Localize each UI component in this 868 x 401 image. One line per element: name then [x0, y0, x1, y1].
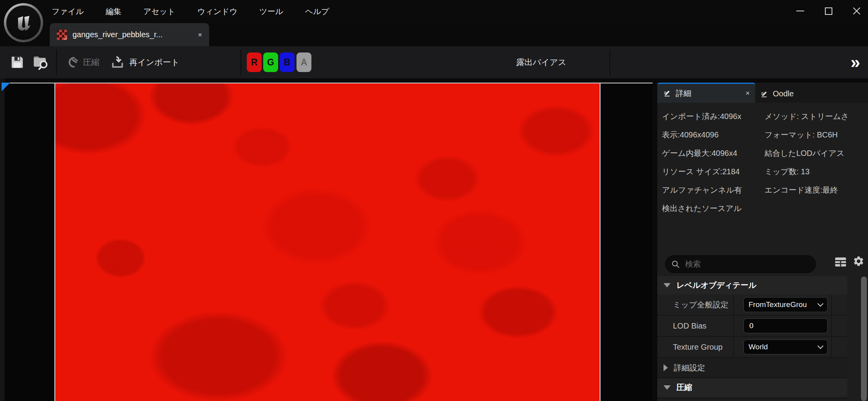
- info-format: フォーマット: BC6H: [765, 126, 867, 144]
- info-detected-source: 検出されたソースアル: [662, 199, 764, 218]
- green-channel-button[interactable]: G: [263, 52, 278, 72]
- triangle-down-icon: [664, 385, 671, 390]
- alpha-channel-label: A: [301, 57, 307, 68]
- compress-label: 圧縮: [83, 57, 99, 68]
- info-method: メソッド: ストリームさ: [765, 107, 867, 126]
- asset-tab[interactable]: ganges_river_pebbles_r... ×: [50, 23, 209, 46]
- lod-bias-input[interactable]: [749, 321, 823, 331]
- window-left-edge: [0, 78, 5, 401]
- info-max-in-game: ゲーム内最大:4096x4: [662, 144, 764, 163]
- lod-bias-field[interactable]: [743, 318, 828, 333]
- advanced-settings-expander[interactable]: 詳細設定: [657, 358, 847, 378]
- panel-scrollbar-thumb[interactable]: [861, 276, 867, 401]
- mip-gen-settings-value: FromTextureGrou: [749, 300, 807, 309]
- menu-help[interactable]: ヘルプ: [305, 6, 329, 17]
- tab-details[interactable]: 詳細 ×: [657, 83, 755, 103]
- texture-thumbnail-icon: [57, 30, 67, 40]
- menu-tools[interactable]: ツール: [259, 6, 283, 17]
- asset-tab-title: ganges_river_pebbles_r...: [72, 30, 192, 39]
- display-filter-grid-icon[interactable]: [835, 257, 846, 267]
- reimport-label: 再インポート: [129, 57, 179, 68]
- info-imported: インポート済み:4096x: [662, 107, 764, 126]
- menu-edit[interactable]: 編集: [106, 6, 121, 17]
- title-bar: ファイル 編集 アセット ウィンドウ ツール ヘルプ: [0, 0, 868, 23]
- mip-gen-settings-label: ミップ全般設定: [657, 300, 733, 310]
- double-chevron-icon: »: [851, 52, 860, 72]
- column-divider[interactable]: [733, 337, 734, 357]
- toolbar-overflow-button[interactable]: »: [851, 46, 860, 78]
- column-divider: [831, 337, 832, 357]
- reimport-button[interactable]: 再インポート: [110, 46, 179, 78]
- triangle-right-icon: [664, 364, 668, 371]
- texture-group-value: World: [749, 343, 768, 351]
- unreal-texture-editor-window: { "window": { "menus": ["ファイル", "編集", "ア…: [0, 0, 868, 401]
- minimize-icon: [796, 11, 804, 11]
- info-alpha-channel: アルファチャンネル有: [662, 181, 764, 199]
- minimize-button[interactable]: [795, 6, 805, 16]
- details-panel-tab-bar: 詳細 × Oodle: [657, 83, 868, 103]
- property-row-texture-group: Texture Group World: [657, 337, 847, 358]
- texture-group-dropdown[interactable]: World: [743, 340, 828, 354]
- toolbar-separator: [241, 49, 241, 75]
- column-divider: [831, 294, 832, 315]
- lod-bias-label: LOD Bias: [657, 322, 733, 331]
- menu-window[interactable]: ウィンドウ: [197, 6, 237, 17]
- property-row-lod-bias: LOD Bias: [657, 316, 847, 337]
- section-compression[interactable]: 圧縮: [657, 378, 847, 397]
- toolbar-separator: [609, 49, 610, 75]
- lod-section-label: レベルオブディテール: [676, 280, 756, 291]
- info-displayed: 表示:4096x4096: [662, 126, 764, 144]
- tab-oodle[interactable]: Oodle: [760, 85, 794, 103]
- texture-info-right-column: メソッド: ストリームさ フォーマット: BC6H 結合したLODバイアス ミッ…: [765, 107, 867, 199]
- save-button[interactable]: [9, 53, 26, 71]
- chevron-down-icon: [817, 301, 824, 307]
- search-input[interactable]: [684, 259, 812, 269]
- asset-tab-bar: ganges_river_pebbles_r... ×: [0, 23, 868, 46]
- clamp-icon: [65, 56, 78, 69]
- mip-gen-settings-dropdown[interactable]: FromTextureGrou: [743, 297, 828, 312]
- blue-channel-label: B: [284, 57, 291, 68]
- unreal-u-glyph: [13, 12, 34, 34]
- alpha-channel-button[interactable]: A: [297, 52, 311, 72]
- details-pencil-icon: [663, 89, 671, 98]
- viewport-focus-corner-marker: [2, 83, 10, 91]
- menu-file[interactable]: ファイル: [52, 6, 84, 17]
- save-floppy-icon: [10, 54, 25, 70]
- property-row-mip-gen-settings: ミップ全般設定 FromTextureGrou: [657, 294, 847, 316]
- texture-group-label: Texture Group: [657, 343, 733, 352]
- settings-gear-icon[interactable]: [853, 255, 864, 267]
- details-tab-label: 詳細: [676, 88, 691, 99]
- texture-preview-red-channel[interactable]: [54, 83, 600, 401]
- folder-magnifier-icon: [33, 54, 49, 70]
- red-channel-label: R: [251, 57, 258, 68]
- unreal-engine-logo-icon[interactable]: [4, 3, 43, 42]
- tab-close-icon[interactable]: ×: [198, 31, 202, 38]
- info-combined-lod-bias: 結合したLODバイアス: [765, 144, 867, 163]
- column-divider: [831, 316, 832, 336]
- oodle-pencil-icon: [760, 90, 769, 98]
- compress-button: 圧縮: [65, 46, 99, 78]
- toolbar-separator: [56, 49, 57, 75]
- info-resource-size: リソース サイズ:2184: [662, 163, 764, 181]
- column-divider[interactable]: [733, 294, 734, 315]
- lod-property-rows: ミップ全般設定 FromTextureGrou LOD Bias Texture…: [657, 294, 847, 358]
- next-row-sliver: [657, 398, 847, 401]
- column-divider[interactable]: [733, 316, 734, 336]
- menu-asset[interactable]: アセット: [143, 6, 175, 17]
- chevron-down-icon: [817, 343, 824, 349]
- texture-info-left-column: インポート済み:4096x 表示:4096x4096 ゲーム内最大:4096x4…: [662, 107, 764, 218]
- red-channel-button[interactable]: R: [247, 52, 262, 72]
- section-level-of-detail[interactable]: レベルオブディテール: [657, 276, 847, 294]
- texture-editor-toolbar: 圧縮 再インポート R G B A ミップ レベル + − 露出バイアス 0 »: [0, 46, 868, 78]
- find-in-content-browser-button[interactable]: [32, 53, 49, 71]
- compression-section-label: 圧縮: [676, 382, 692, 393]
- blue-channel-button[interactable]: B: [280, 52, 295, 72]
- details-search-box[interactable]: [665, 255, 816, 273]
- menu-bar: ファイル 編集 アセット ウィンドウ ツール ヘルプ: [52, 0, 329, 23]
- maximize-button[interactable]: [823, 6, 834, 16]
- details-panel: 詳細 × Oodle インポート済み:4096x 表示:4096x4096 ゲー…: [657, 83, 868, 401]
- close-button[interactable]: [852, 6, 862, 16]
- advanced-settings-label: 詳細設定: [674, 363, 705, 373]
- details-tab-close-icon[interactable]: ×: [745, 89, 750, 98]
- reimport-arrow-icon: [110, 55, 125, 70]
